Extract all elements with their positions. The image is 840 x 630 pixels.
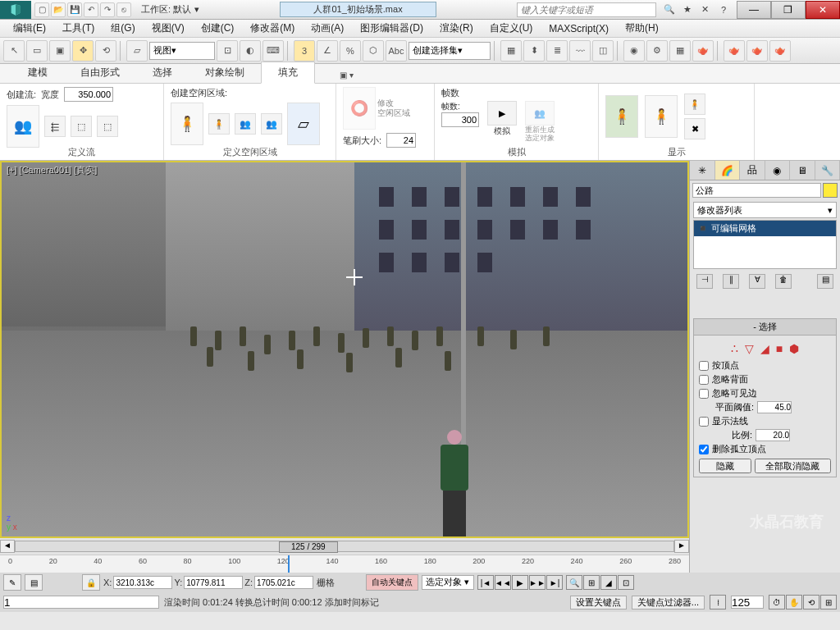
render-prod-icon[interactable]: 🫖 (724, 40, 745, 62)
flow-width-icon[interactable]: ⬚ (71, 116, 92, 137)
rollout-header[interactable]: - 选择 (694, 319, 836, 336)
maxscript-mini[interactable] (3, 596, 159, 609)
edge-so-icon[interactable]: ▽ (745, 342, 754, 355)
flow-width-input[interactable] (64, 87, 113, 102)
frames-input[interactable] (441, 112, 479, 127)
menu-animation[interactable]: 动画(A) (303, 20, 352, 37)
rotate-icon[interactable]: ⟲ (95, 40, 116, 62)
named-selection-combo[interactable]: 创建选择集 ▾ (409, 42, 491, 60)
script-listener-icon[interactable]: ✎ (3, 574, 21, 591)
ribbon-expand-icon[interactable]: ▣ ▾ (323, 67, 370, 83)
object-color-swatch[interactable] (823, 183, 838, 198)
menu-maxscript[interactable]: MAXScript(X) (541, 21, 617, 36)
maximize-vp-icon[interactable]: ⊞ (820, 595, 837, 609)
pin-stack-icon[interactable]: ⊣ (696, 274, 713, 289)
undo-icon[interactable]: ↶ (84, 2, 98, 17)
hide-button[interactable]: 隐藏 (699, 459, 751, 473)
viewport-label[interactable]: [+] [Camera001] [真实] (7, 164, 97, 176)
vertex-so-icon[interactable]: ∴ (731, 342, 738, 355)
help-icon[interactable]: ? (717, 3, 730, 16)
shownormals-checkbox[interactable] (699, 417, 709, 427)
deleteisolated-checkbox[interactable] (699, 445, 709, 454)
create-flow-btn[interactable]: 👥 (7, 105, 39, 148)
simulate-btn[interactable]: ▶ (487, 101, 517, 126)
display-skin-btn[interactable]: 🧍 (645, 95, 678, 138)
rect-select-icon[interactable]: ▭ (26, 40, 48, 62)
display-textured-btn[interactable]: 🧍 (605, 95, 638, 138)
teapot-icon[interactable]: 🫖 (769, 40, 791, 62)
render-setup-icon[interactable]: ⚙ (646, 40, 668, 62)
tab-freeform[interactable]: 自由形式 (64, 62, 136, 83)
script-editor-icon[interactable]: ▤ (25, 574, 43, 591)
modifier-stack[interactable]: ◾ 可编辑网格 (693, 220, 837, 269)
menu-edit[interactable]: 编辑(E) (5, 20, 54, 37)
remove-mod-icon[interactable]: 🗑 (775, 274, 792, 289)
pivot-icon[interactable]: ⊡ (217, 40, 238, 62)
unhideall-button[interactable]: 全部取消隐藏 (755, 459, 831, 473)
display-delete-icon[interactable]: ✖ (684, 118, 705, 139)
tab-utilities-icon[interactable]: 🔧 (815, 161, 841, 180)
help-search-input[interactable] (517, 2, 656, 17)
orbit-icon[interactable]: ⟲ (803, 595, 819, 609)
tab-modify-icon[interactable]: 🌈 (715, 161, 741, 180)
keyfilter-button[interactable]: 关键点过滤器... (632, 596, 705, 609)
lock-selection-icon[interactable]: 🔒 (82, 574, 100, 591)
pan-icon[interactable]: ✋ (786, 595, 802, 609)
normal-scale-input[interactable] (756, 429, 790, 441)
scale-icon[interactable]: ▱ (126, 40, 148, 62)
menu-modifiers[interactable]: 修改器(M) (242, 20, 303, 37)
idle-group-icon[interactable]: 👥 (261, 113, 282, 135)
display-stick-icon[interactable]: 🧍 (684, 94, 705, 115)
menu-customize[interactable]: 自定义(U) (482, 20, 541, 37)
element-so-icon[interactable]: ⬢ (789, 342, 799, 355)
tab-objectpaint[interactable]: 对象绘制 (189, 62, 261, 83)
create-idle-btn[interactable]: 🧍 (171, 103, 203, 145)
slider-thumb[interactable]: 125 / 299 (279, 541, 338, 553)
prev-key-icon[interactable]: ◄ (0, 540, 15, 553)
maximize-button[interactable]: ❐ (771, 1, 806, 19)
curve-editor-icon[interactable]: 〰 (569, 40, 591, 62)
play-icon[interactable]: ▶ (512, 575, 528, 590)
idle-pair-icon[interactable]: 👥 (235, 113, 256, 135)
named-sel-icon[interactable]: Abc (386, 40, 407, 62)
keyboard-icon[interactable]: ⌨ (262, 40, 284, 62)
close-button[interactable]: ✕ (806, 1, 840, 19)
workspace-selector[interactable]: 工作区: 默认▾ (141, 3, 199, 16)
menu-grapheditors[interactable]: 图形编辑器(D) (352, 20, 431, 37)
plane-thresh-input[interactable] (757, 401, 792, 413)
brush-size-input[interactable] (386, 133, 416, 148)
angle-snap-icon[interactable]: ∠ (317, 40, 338, 62)
configure-icon[interactable]: ▤ (817, 274, 833, 289)
modifier-list-combo[interactable]: 修改器列表▾ (693, 202, 837, 218)
object-name-input[interactable] (692, 183, 821, 198)
flow-ramp-icon[interactable]: ⬱ (44, 116, 66, 137)
key-mode-icon[interactable]: ⁞ (710, 595, 726, 609)
redo-icon[interactable]: ↷ (100, 2, 115, 17)
current-frame-input[interactable] (731, 596, 764, 609)
show-end-icon[interactable]: ∥ (723, 274, 739, 289)
ref-coord-combo[interactable]: 视图 ▾ (149, 42, 215, 60)
setkey-button[interactable]: 设置关键点 (570, 596, 627, 609)
idle-area-btn[interactable]: ▱ (287, 103, 320, 145)
tab-selection[interactable]: 选择 (136, 62, 189, 83)
x-coord-input[interactable] (113, 576, 172, 589)
face-so-icon[interactable]: ◢ (760, 342, 769, 355)
favorites-icon[interactable]: ★ (681, 3, 694, 16)
time-config-icon[interactable]: ⏱ (769, 595, 785, 609)
window-crossing-icon[interactable]: ▣ (49, 40, 71, 62)
zoomext-icon[interactable]: ⊡ (618, 575, 634, 590)
viewport[interactable]: [+] [Camera001] [真实] zy x (0, 161, 689, 538)
byvertex-checkbox[interactable] (699, 361, 709, 371)
save-icon[interactable]: 💾 (67, 2, 82, 17)
y-coord-input[interactable] (184, 576, 243, 589)
next-frame-icon[interactable]: ►► (529, 575, 546, 590)
tab-motion-icon[interactable]: ◉ (765, 161, 791, 180)
tab-display-icon[interactable]: 🖥 (790, 161, 815, 180)
move-icon[interactable]: ✥ (72, 40, 94, 62)
menu-create[interactable]: 创建(C) (193, 20, 243, 37)
menu-rendering[interactable]: 渲染(R) (431, 20, 482, 37)
mirror-icon[interactable]: ▦ (500, 40, 522, 62)
z-coord-input[interactable] (254, 576, 313, 589)
time-slider[interactable]: ◄ 125 / 299 ► (0, 538, 689, 555)
new-icon[interactable]: ▢ (34, 2, 49, 17)
